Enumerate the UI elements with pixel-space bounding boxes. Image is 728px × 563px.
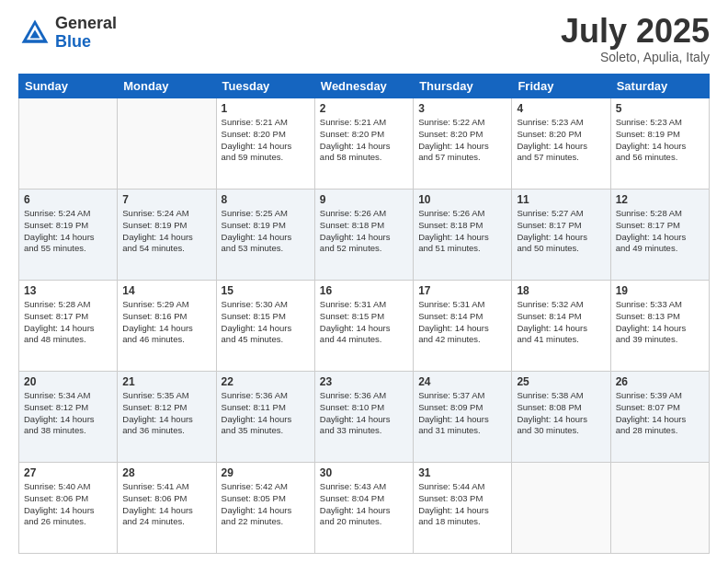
day-number: 5	[616, 102, 704, 115]
page: General Blue July 2025 Soleto, Apulia, I…	[0, 0, 728, 563]
day-number: 14	[122, 284, 210, 297]
calendar-cell-w5-d2: 29Sunrise: 5:42 AM Sunset: 8:05 PM Dayli…	[216, 463, 314, 554]
day-number: 8	[222, 193, 310, 206]
calendar-cell-w2-d2: 8Sunrise: 5:25 AM Sunset: 8:19 PM Daylig…	[216, 190, 314, 281]
calendar-cell-w3-d3: 16Sunrise: 5:31 AM Sunset: 8:15 PM Dayli…	[314, 281, 413, 372]
logo-general-text: General	[55, 15, 117, 33]
calendar-cell-w3-d0: 13Sunrise: 5:28 AM Sunset: 8:17 PM Dayli…	[19, 281, 118, 372]
calendar-cell-w5-d6	[610, 463, 709, 554]
calendar-cell-w2-d6: 12Sunrise: 5:28 AM Sunset: 8:17 PM Dayli…	[610, 190, 709, 281]
logo-blue-text: Blue	[55, 33, 117, 52]
col-thursday: Thursday	[414, 75, 512, 98]
calendar-cell-w5-d4: 31Sunrise: 5:44 AM Sunset: 8:03 PM Dayli…	[414, 463, 512, 554]
day-number: 6	[24, 193, 112, 206]
col-friday: Friday	[512, 75, 610, 98]
day-info: Sunrise: 5:31 AM Sunset: 8:14 PM Dayligh…	[418, 299, 506, 346]
day-info: Sunrise: 5:26 AM Sunset: 8:18 PM Dayligh…	[320, 208, 408, 255]
day-info: Sunrise: 5:43 AM Sunset: 8:04 PM Dayligh…	[320, 481, 408, 528]
calendar-cell-w5-d0: 27Sunrise: 5:40 AM Sunset: 8:06 PM Dayli…	[19, 463, 118, 554]
day-number: 3	[418, 102, 506, 115]
calendar-cell-w3-d6: 19Sunrise: 5:33 AM Sunset: 8:13 PM Dayli…	[610, 281, 709, 372]
day-number: 7	[122, 193, 210, 206]
calendar-cell-w2-d3: 9Sunrise: 5:26 AM Sunset: 8:18 PM Daylig…	[314, 190, 413, 281]
calendar-cell-w4-d2: 22Sunrise: 5:36 AM Sunset: 8:11 PM Dayli…	[216, 372, 314, 463]
calendar-cell-w4-d6: 26Sunrise: 5:39 AM Sunset: 8:07 PM Dayli…	[610, 372, 709, 463]
day-info: Sunrise: 5:36 AM Sunset: 8:10 PM Dayligh…	[320, 390, 408, 437]
calendar-cell-w2-d0: 6Sunrise: 5:24 AM Sunset: 8:19 PM Daylig…	[19, 190, 118, 281]
day-info: Sunrise: 5:28 AM Sunset: 8:17 PM Dayligh…	[24, 299, 112, 346]
day-info: Sunrise: 5:37 AM Sunset: 8:09 PM Dayligh…	[418, 390, 506, 437]
day-info: Sunrise: 5:21 AM Sunset: 8:20 PM Dayligh…	[222, 117, 310, 164]
day-number: 23	[320, 375, 408, 388]
header: General Blue July 2025 Soleto, Apulia, I…	[18, 15, 710, 64]
day-info: Sunrise: 5:32 AM Sunset: 8:14 PM Dayligh…	[517, 299, 605, 346]
day-info: Sunrise: 5:31 AM Sunset: 8:15 PM Dayligh…	[320, 299, 408, 346]
day-info: Sunrise: 5:23 AM Sunset: 8:20 PM Dayligh…	[517, 117, 605, 164]
calendar-cell-w1-d6: 5Sunrise: 5:23 AM Sunset: 8:19 PM Daylig…	[610, 98, 709, 190]
calendar-cell-w3-d1: 14Sunrise: 5:29 AM Sunset: 8:16 PM Dayli…	[118, 281, 216, 372]
calendar-cell-w3-d5: 18Sunrise: 5:32 AM Sunset: 8:14 PM Dayli…	[512, 281, 610, 372]
day-info: Sunrise: 5:23 AM Sunset: 8:19 PM Dayligh…	[616, 117, 704, 164]
day-number: 15	[222, 284, 310, 297]
calendar-cell-w4-d4: 24Sunrise: 5:37 AM Sunset: 8:09 PM Dayli…	[414, 372, 512, 463]
day-info: Sunrise: 5:33 AM Sunset: 8:13 PM Dayligh…	[616, 299, 704, 346]
title-month: July 2025	[561, 15, 710, 48]
logo-icon	[18, 17, 51, 50]
calendar-cell-w4-d1: 21Sunrise: 5:35 AM Sunset: 8:12 PM Dayli…	[118, 372, 216, 463]
day-number: 4	[517, 102, 605, 115]
day-info: Sunrise: 5:26 AM Sunset: 8:18 PM Dayligh…	[418, 208, 506, 255]
calendar-cell-w3-d2: 15Sunrise: 5:30 AM Sunset: 8:15 PM Dayli…	[216, 281, 314, 372]
day-number: 20	[24, 375, 112, 388]
col-sunday: Sunday	[19, 75, 118, 98]
day-number: 17	[418, 284, 506, 297]
day-info: Sunrise: 5:44 AM Sunset: 8:03 PM Dayligh…	[418, 481, 506, 528]
col-monday: Monday	[118, 75, 216, 98]
day-info: Sunrise: 5:40 AM Sunset: 8:06 PM Dayligh…	[24, 481, 112, 528]
day-number: 22	[222, 375, 310, 388]
col-wednesday: Wednesday	[314, 75, 413, 98]
calendar-cell-w5-d3: 30Sunrise: 5:43 AM Sunset: 8:04 PM Dayli…	[314, 463, 413, 554]
day-number: 19	[616, 284, 704, 297]
day-number: 28	[122, 466, 210, 479]
day-number: 29	[222, 466, 310, 479]
day-info: Sunrise: 5:28 AM Sunset: 8:17 PM Dayligh…	[616, 208, 704, 255]
col-tuesday: Tuesday	[216, 75, 314, 98]
day-number: 21	[122, 375, 210, 388]
day-info: Sunrise: 5:27 AM Sunset: 8:17 PM Dayligh…	[517, 208, 605, 255]
week-row-2: 6Sunrise: 5:24 AM Sunset: 8:19 PM Daylig…	[19, 190, 710, 281]
calendar-table: Sunday Monday Tuesday Wednesday Thursday…	[18, 74, 710, 554]
day-info: Sunrise: 5:36 AM Sunset: 8:11 PM Dayligh…	[222, 390, 310, 437]
week-row-1: 1Sunrise: 5:21 AM Sunset: 8:20 PM Daylig…	[19, 98, 710, 190]
day-number: 31	[418, 466, 506, 479]
week-row-5: 27Sunrise: 5:40 AM Sunset: 8:06 PM Dayli…	[19, 463, 710, 554]
day-number: 25	[517, 375, 605, 388]
day-number: 30	[320, 466, 408, 479]
day-number: 26	[616, 375, 704, 388]
day-info: Sunrise: 5:34 AM Sunset: 8:12 PM Dayligh…	[24, 390, 112, 437]
day-number: 9	[320, 193, 408, 206]
logo: General Blue	[18, 15, 117, 52]
day-info: Sunrise: 5:24 AM Sunset: 8:19 PM Dayligh…	[24, 208, 112, 255]
day-number: 16	[320, 284, 408, 297]
day-info: Sunrise: 5:25 AM Sunset: 8:19 PM Dayligh…	[222, 208, 310, 255]
calendar-cell-w1-d2: 1Sunrise: 5:21 AM Sunset: 8:20 PM Daylig…	[216, 98, 314, 190]
day-number: 1	[222, 102, 310, 115]
calendar-cell-w1-d4: 3Sunrise: 5:22 AM Sunset: 8:20 PM Daylig…	[414, 98, 512, 190]
day-info: Sunrise: 5:35 AM Sunset: 8:12 PM Dayligh…	[122, 390, 210, 437]
day-number: 10	[418, 193, 506, 206]
day-number: 27	[24, 466, 112, 479]
day-info: Sunrise: 5:22 AM Sunset: 8:20 PM Dayligh…	[418, 117, 506, 164]
calendar-cell-w5-d5	[512, 463, 610, 554]
title-location: Soleto, Apulia, Italy	[561, 50, 710, 64]
day-number: 12	[616, 193, 704, 206]
calendar-cell-w1-d5: 4Sunrise: 5:23 AM Sunset: 8:20 PM Daylig…	[512, 98, 610, 190]
calendar-header-row: Sunday Monday Tuesday Wednesday Thursday…	[19, 75, 710, 98]
day-info: Sunrise: 5:39 AM Sunset: 8:07 PM Dayligh…	[616, 390, 704, 437]
col-saturday: Saturday	[610, 75, 709, 98]
day-number: 13	[24, 284, 112, 297]
title-block: July 2025 Soleto, Apulia, Italy	[561, 15, 710, 64]
day-info: Sunrise: 5:41 AM Sunset: 8:06 PM Dayligh…	[122, 481, 210, 528]
calendar-cell-w5-d1: 28Sunrise: 5:41 AM Sunset: 8:06 PM Dayli…	[118, 463, 216, 554]
week-row-4: 20Sunrise: 5:34 AM Sunset: 8:12 PM Dayli…	[19, 372, 710, 463]
day-number: 2	[320, 102, 408, 115]
